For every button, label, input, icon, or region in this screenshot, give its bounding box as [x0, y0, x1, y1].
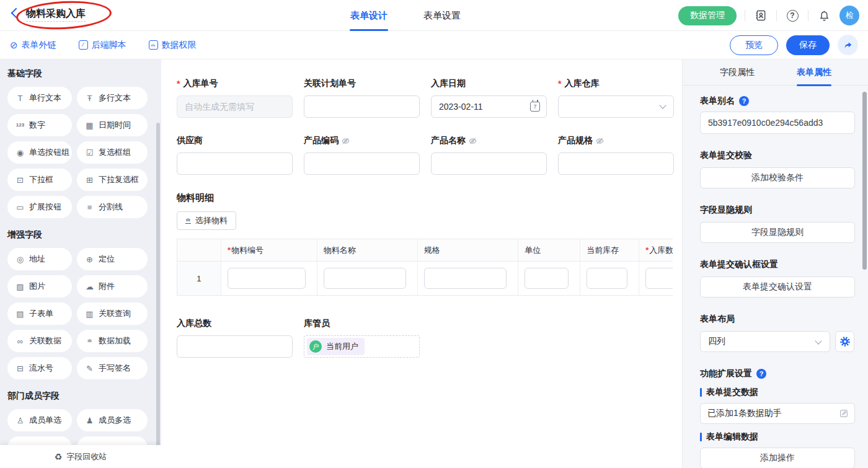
- field-linked-data[interactable]: ∞关联数据: [7, 330, 72, 352]
- field-image[interactable]: ▨图片: [7, 275, 72, 298]
- help-icon[interactable]: [756, 369, 766, 379]
- current-user-tag[interactable]: 户 当前用户: [307, 338, 365, 355]
- field-radio-group[interactable]: ◉单选按钮组: [7, 141, 72, 164]
- product-code-input[interactable]: [304, 152, 420, 175]
- help-icon[interactable]: [739, 96, 749, 106]
- field-product-spec[interactable]: 产品规格: [558, 135, 674, 175]
- field-location[interactable]: ⊕定位: [77, 248, 148, 270]
- layout-select[interactable]: 四列: [700, 331, 830, 352]
- field-multi-select[interactable]: ⊞下拉复选框: [77, 169, 148, 191]
- field-inbound-date[interactable]: 入库日期 7: [431, 78, 547, 118]
- avatar[interactable]: 检: [839, 6, 859, 25]
- form-title[interactable]: 物料采购入库: [26, 8, 86, 22]
- backend-script-link[interactable]: ∕ 后端脚本: [79, 40, 126, 51]
- back-icon[interactable]: [11, 8, 22, 19]
- field-product-code[interactable]: 产品编码: [304, 135, 420, 175]
- field-single-line-text[interactable]: T单行文本: [7, 87, 72, 109]
- tab-field-properties[interactable]: 字段属性: [720, 60, 755, 86]
- inbound-total-input[interactable]: [177, 335, 293, 358]
- field-related-plan-no[interactable]: 关联计划单号: [304, 78, 420, 118]
- product-spec-input[interactable]: [558, 152, 674, 175]
- field-member-single[interactable]: ♙成员单选: [7, 409, 72, 431]
- layout-settings-button[interactable]: [835, 331, 854, 352]
- add-validation-button[interactable]: 添加校验条件: [700, 167, 855, 188]
- field-divider[interactable]: ≡分割线: [77, 196, 148, 218]
- subform-icon: ▤: [15, 310, 25, 318]
- col-material-name: 物料名称: [317, 239, 417, 261]
- field-subform[interactable]: ▤子表单: [7, 302, 72, 325]
- col-material-code: *物料编号: [221, 239, 317, 261]
- link-icon: ⊘: [10, 40, 18, 50]
- field-warehouse-keeper[interactable]: 库管员 户 当前用户: [304, 318, 420, 358]
- inbound-warehouse-select[interactable]: [558, 95, 674, 118]
- material-code-cell-input[interactable]: [228, 268, 306, 289]
- field-inbound-total[interactable]: 入库总数: [177, 318, 293, 358]
- warehouse-keeper-picker[interactable]: 户 当前用户: [304, 335, 420, 358]
- field-datetime[interactable]: ▦日期时间: [77, 114, 148, 136]
- unit-cell-input[interactable]: [525, 268, 569, 289]
- field-multi-line-text[interactable]: Ŧ多行文本: [77, 87, 148, 109]
- supplier-input[interactable]: [177, 152, 293, 175]
- related-plan-no-input[interactable]: [304, 95, 420, 118]
- submit-data-box[interactable]: 已添加1条数据助手: [700, 403, 855, 424]
- field-select[interactable]: ⊡下拉框: [7, 169, 72, 191]
- form-external-link[interactable]: ⊘ 表单外链: [10, 40, 56, 51]
- help-icon[interactable]: [785, 8, 800, 23]
- address-book-icon[interactable]: [753, 8, 768, 23]
- form-title-wrap[interactable]: 物料采购入库: [26, 7, 86, 20]
- submit-confirm-button[interactable]: 表单提交确认设置: [700, 276, 855, 298]
- field-recycle-bin[interactable]: ♻ 字段回收站: [0, 445, 161, 468]
- tab-form-design[interactable]: 表单设计: [350, 0, 388, 31]
- field-data-load[interactable]: ılı数据加载: [77, 330, 148, 352]
- tab-form-settings[interactable]: 表单设置: [423, 0, 461, 31]
- panel-scrollbar[interactable]: [862, 92, 867, 270]
- data-permission-link[interactable]: ılı 数据权限: [149, 40, 197, 51]
- field-product-name[interactable]: 产品名称: [431, 135, 547, 175]
- inbound-qty-cell-input[interactable]: [645, 268, 673, 289]
- field-linked-query[interactable]: ▥关联查询: [77, 302, 148, 325]
- script-icon: ∕: [79, 40, 88, 50]
- sub-toolbar: ⊘ 表单外链 ∕ 后端脚本 ılı 数据权限 预览 保存: [0, 31, 868, 60]
- save-button[interactable]: 保存: [786, 35, 830, 55]
- field-supplier[interactable]: 供应商: [177, 135, 293, 175]
- field-inbound-no[interactable]: *入库单号: [177, 78, 293, 118]
- spec-cell-input[interactable]: [424, 268, 507, 289]
- form-alias-input[interactable]: [700, 112, 855, 134]
- tab-form-properties[interactable]: 表单属性: [797, 60, 831, 86]
- material-name-cell-input[interactable]: [324, 268, 406, 289]
- eye-off-icon[interactable]: [342, 137, 350, 145]
- edit-icon[interactable]: [839, 408, 849, 418]
- inbound-date-input[interactable]: [431, 95, 547, 118]
- field-number[interactable]: 123数字: [7, 114, 72, 136]
- field-inbound-warehouse[interactable]: *入库仓库: [558, 78, 674, 118]
- field-signature[interactable]: ✎手写签名: [77, 357, 148, 379]
- share-button[interactable]: [838, 35, 858, 55]
- select-material-button[interactable]: ılı 选择物料: [177, 211, 236, 230]
- inbound-no-input[interactable]: [177, 95, 293, 118]
- data-manage-button[interactable]: 数据管理: [678, 6, 737, 25]
- form-layout-label: 表单布局: [700, 314, 854, 325]
- header-tabs: 表单设计 表单设置: [350, 0, 461, 31]
- single-line-text-icon: T: [15, 94, 25, 102]
- field-address[interactable]: ◎地址: [7, 248, 72, 270]
- field-extend-button[interactable]: ▭扩展按钮: [7, 196, 72, 218]
- preview-button[interactable]: 预览: [730, 35, 778, 55]
- bar-chart-icon: ılı: [185, 218, 191, 224]
- add-operation-button[interactable]: 添加操作: [700, 448, 855, 468]
- col-current-stock: 当前库存: [580, 239, 639, 261]
- extension-settings-label: 功能扩展设置: [700, 368, 854, 379]
- eye-off-icon[interactable]: [469, 137, 477, 145]
- number-icon: 123: [15, 123, 25, 128]
- field-serial-number[interactable]: ⊟流水号: [7, 357, 72, 379]
- current-stock-cell-input[interactable]: [587, 268, 627, 289]
- field-checkbox-group[interactable]: ☑复选框组: [77, 141, 148, 164]
- address-icon: ◎: [15, 255, 25, 263]
- field-attachment[interactable]: ☁附件: [77, 275, 148, 298]
- bell-icon[interactable]: [817, 8, 831, 23]
- field-visibility-button[interactable]: 字段显隐规则: [700, 222, 855, 243]
- eye-off-icon[interactable]: [596, 137, 604, 145]
- field-member-multi[interactable]: ♟成员多选: [77, 409, 148, 431]
- sidebar-scrollbar[interactable]: [156, 123, 160, 465]
- product-name-input[interactable]: [431, 152, 547, 175]
- image-icon: ▨: [15, 283, 25, 291]
